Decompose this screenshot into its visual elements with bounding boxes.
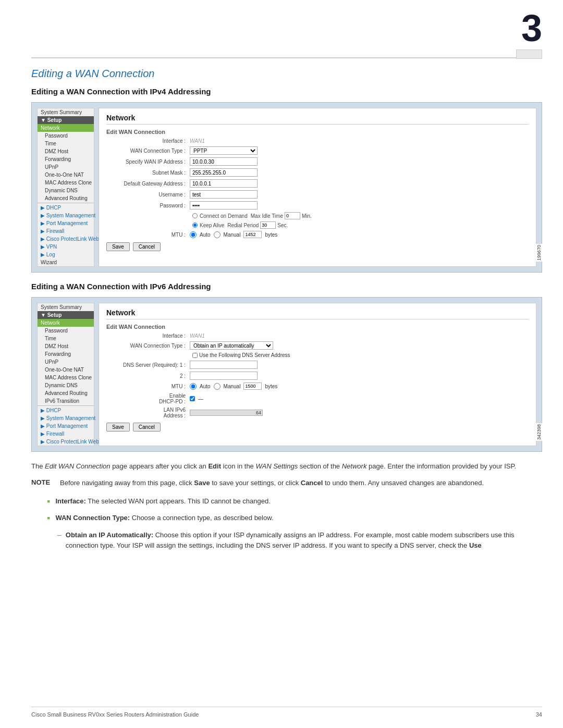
ipv4-save-button[interactable]: Save — [106, 242, 130, 251]
ipv6-mtu-manual-label: Manual — [224, 384, 241, 389]
body-paragraph: The Edit WAN Connection page appears aft… — [31, 461, 542, 472]
ipv6-sidebar-network[interactable]: Network — [38, 319, 94, 327]
ipv4-mtu-manual-radio[interactable] — [214, 231, 221, 238]
sidebar-firewall[interactable]: ▶ Firewall — [38, 227, 94, 235]
sidebar-network[interactable]: Network — [38, 124, 94, 132]
sidebar-sysmgmt[interactable]: ▶ System Management — [38, 212, 94, 219]
sidebar-advrouting[interactable]: Advanced Routing — [38, 194, 94, 202]
ipv6-sidebar-dhcp[interactable]: ▶ DHCP — [38, 406, 94, 414]
ipv6-dns-checkbox-row: Use the Following DNS Server Address — [192, 352, 529, 358]
ipv6-lanipv6-label: LAN IPv6Address : — [106, 407, 190, 418]
sidebar-time[interactable]: Time — [38, 140, 94, 147]
ipv4-wan-ip-row: Specify WAN IP Address : — [106, 157, 529, 166]
sidebar-log[interactable]: ▶ Log — [38, 251, 94, 258]
ipv6-mtu-auto-label: Auto — [200, 384, 211, 389]
ipv4-mtu-value-input[interactable] — [243, 231, 262, 238]
ipv6-sidebar-onetoone[interactable]: One-to-One NAT — [38, 366, 94, 374]
ipv6-sidebar-forwarding[interactable]: Forwarding — [38, 350, 94, 358]
sidebar-portmgmt[interactable]: ▶ Port Management — [38, 219, 94, 227]
note-label: NOTE — [31, 478, 60, 486]
sidebar-dmzhost[interactable]: DMZ Host — [38, 147, 94, 155]
ipv6-sidebar-sysmgmt[interactable]: ▶ System Management — [38, 414, 94, 422]
section-title: Editing a WAN Connection — [31, 68, 542, 80]
ipv6-wan-type-select[interactable]: Obtain an IP automatically — [190, 341, 273, 350]
ipv6-sidebar-portmgmt[interactable]: ▶ Port Management — [38, 422, 94, 430]
ipv6-mtu-auto-radio[interactable] — [190, 383, 197, 390]
ipv6-sidebar-system-summary[interactable]: System Summary — [38, 303, 94, 311]
ipv4-password-row: Password : — [106, 201, 529, 209]
ipv6-dhcppd-row: EnableDHCP-PD : — — [106, 393, 529, 404]
ipv6-sidebar-firewall[interactable]: ▶ Firewall — [38, 430, 94, 438]
ipv6-sidebar-time[interactable]: Time — [38, 335, 94, 342]
sidebar-onetoone[interactable]: One-to-One NAT — [38, 171, 94, 179]
ipv4-connect-demand-radio[interactable] — [192, 213, 198, 218]
ipv4-mtu-label: MTU : — [106, 232, 190, 238]
sidebar-password[interactable]: Password — [38, 132, 94, 140]
bullet-interface-text: Interface: The selected WAN port appears… — [55, 496, 270, 507]
interface-bold: Interface: — [55, 497, 86, 505]
ipv4-username-input[interactable] — [190, 190, 258, 199]
ipv6-cancel-button[interactable]: Cancel — [133, 423, 161, 431]
ipv4-password-input[interactable] — [190, 201, 258, 209]
sidebar-vpn[interactable]: ▶ VPN — [38, 243, 94, 251]
sidebar-system-summary[interactable]: System Summary — [38, 108, 94, 116]
ipv4-sec-label: Sec. — [277, 223, 288, 228]
ipv6-sidebar-dmzhost[interactable]: DMZ Host — [38, 342, 94, 350]
ipv4-wan-type-select[interactable]: PPTP — [190, 146, 258, 155]
sidebar-cisco-protect[interactable]: ▶ Cisco ProtectLink Web — [38, 235, 94, 243]
ipv4-gateway-input[interactable] — [190, 179, 258, 188]
ipv6-save-button[interactable]: Save — [106, 423, 130, 431]
ipv4-mtu-auto-radio[interactable] — [190, 231, 197, 238]
ipv6-sidebar-dynamicdns[interactable]: Dynamic DNS — [38, 381, 94, 389]
ipv6-dns-checkbox[interactable] — [192, 353, 198, 358]
ipv4-subnet-label: Subnet Mask : — [106, 170, 190, 176]
ipv4-keepalive-radio[interactable] — [192, 223, 198, 228]
ipv4-gateway-label: Default Gateway Address : — [106, 181, 190, 187]
ipv4-heading: Editing a WAN Connection with IPv4 Addre… — [31, 87, 542, 96]
sidebar-wizard[interactable]: Wizard — [38, 258, 94, 266]
sidebar-upnp[interactable]: UPnP — [38, 163, 94, 171]
ipv6-sidebar-setup[interactable]: ▼ Setup — [38, 311, 94, 319]
ipv6-dns1-row: DNS Server (Required): 1 : — [106, 361, 529, 369]
ipv6-figure-number: 342398 — [535, 423, 543, 441]
sidebar-macclone[interactable]: MAC Address Clone — [38, 179, 94, 187]
ipv6-dns2-input[interactable] — [190, 372, 258, 380]
ipv6-dns2-label: 2 : — [106, 373, 190, 379]
ipv4-interface-label: Interface : — [106, 138, 190, 144]
use-bold: Use — [469, 541, 482, 549]
footer-right: 34 — [536, 711, 542, 718]
ipv6-wan-type-label: WAN Connection Type : — [106, 343, 190, 349]
ipv6-sidebar-macclone[interactable]: MAC Address Clone — [38, 374, 94, 381]
ipv6-sidebar-cisco-protect[interactable]: ▶ Cisco ProtectLink Web — [38, 438, 94, 446]
ipv4-cancel-button[interactable]: Cancel — [133, 242, 161, 251]
sidebar-setup[interactable]: ▼ Setup — [38, 116, 94, 124]
sidebar-forwarding[interactable]: Forwarding — [38, 155, 94, 163]
ipv6-mtu-label: MTU : — [106, 384, 190, 389]
ipv6-sidebar-password[interactable]: Password — [38, 327, 94, 335]
sidebar-dynamicdns[interactable]: Dynamic DNS — [38, 187, 94, 194]
ipv6-dhcppd-label: EnableDHCP-PD : — [106, 393, 190, 404]
ipv4-panel: Network Edit WAN Connection Interface : … — [99, 108, 536, 267]
ipv4-panel-title: Network — [106, 114, 529, 125]
ipv4-username-label: Username : — [106, 192, 190, 198]
ipv6-sidebar-advrouting[interactable]: Advanced Routing — [38, 389, 94, 397]
ipv6-mtu-bytes-label: bytes — [265, 384, 277, 389]
ipv4-redial-input[interactable] — [260, 221, 276, 229]
ipv6-dhcppd-checkbox[interactable] — [190, 396, 195, 401]
ipv4-maxidle-input[interactable] — [285, 212, 300, 219]
ipv6-sidebar-upnp[interactable]: UPnP — [38, 358, 94, 366]
ipv6-screenshot: System Summary ▼ Setup Network Password … — [31, 297, 542, 452]
ipv4-maxidle-label: Max Idle Time — [251, 213, 283, 219]
ipv4-subnet-input[interactable] — [190, 168, 258, 177]
ipv4-wan-ip-input[interactable] — [190, 157, 258, 166]
ipv6-mtu-value-input[interactable] — [243, 382, 262, 390]
sidebar-dhcp[interactable]: ▶ DHCP — [38, 204, 94, 212]
ipv4-password-label: Password : — [106, 203, 190, 208]
ipv4-gateway-row: Default Gateway Address : — [106, 179, 529, 188]
page-number: 3 — [521, 9, 542, 47]
ipv6-mtu-manual-radio[interactable] — [214, 383, 221, 390]
sub-bullet-obtain-ip: – Obtain an IP Automatically: Choose thi… — [57, 530, 542, 550]
ipv6-dns1-input[interactable] — [190, 361, 258, 369]
ipv6-sidebar-ipv6transition[interactable]: IPv6 Transition — [38, 397, 94, 405]
obtain-ip-bold: Obtain an IP Automatically: — [66, 531, 153, 539]
